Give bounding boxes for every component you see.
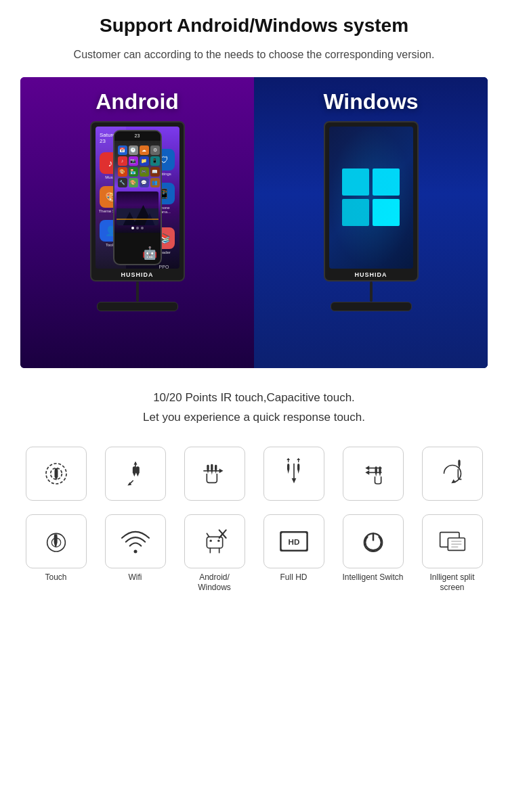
icon-cell-wifi: Wifi <box>100 514 171 593</box>
full-hd-icon: HD <box>277 524 311 558</box>
icon-cell-touch-single: Touch <box>20 514 91 593</box>
touch6-icon <box>436 457 469 491</box>
svg-point-18 <box>217 539 219 541</box>
split-screen-label: Inlligent split screen <box>417 572 488 593</box>
svg-point-2 <box>54 468 58 470</box>
icon-cell-touch4 <box>258 447 329 501</box>
icon-box-touch-single <box>26 514 87 568</box>
touch2-icon <box>119 457 152 491</box>
icon-cell-full-hd: HD Full HD <box>258 514 329 593</box>
android-label: Android <box>96 89 179 114</box>
icon-cell-android-windows: Android/Windows <box>179 514 250 593</box>
touch3-icon <box>198 457 232 491</box>
intelligent-switch-label: Intelligent Switch <box>342 572 403 583</box>
main-title: Support Android/Windows system <box>20 14 488 38</box>
split-screen-icon <box>436 524 469 558</box>
icon-box-touch1 <box>26 447 87 501</box>
touch-single-label: Touch <box>45 572 66 583</box>
touch1-icon <box>39 457 73 491</box>
touch-single-icon <box>39 524 73 558</box>
subtitle-text: Customer can according to the needs to c… <box>20 46 488 64</box>
svg-text:HD: HD <box>288 537 299 546</box>
icon-grid-row2: Touch Wifi <box>20 514 488 593</box>
icon-box-android-windows <box>184 514 245 568</box>
icon-grid-row1 <box>20 447 488 501</box>
icon-box-split-screen <box>422 514 483 568</box>
android-windows-label: Android/Windows <box>198 572 231 593</box>
icon-cell-touch2 <box>100 447 171 501</box>
icon-cell-split-screen: Inlligent split screen <box>417 514 488 593</box>
wifi-icon <box>119 524 152 558</box>
svg-point-17 <box>209 539 211 541</box>
page-container: Support Android/Windows system Customer … <box>0 0 508 621</box>
android-windows-icon <box>198 524 232 558</box>
android-kiosk: Saturday23 ♪ Music 🎨 Theme Store <box>90 121 185 311</box>
windows-section: Windows <box>254 77 488 368</box>
icon-box-touch3 <box>184 447 245 501</box>
icon-box-intelligent-switch <box>343 514 404 568</box>
svg-marker-6 <box>291 478 296 483</box>
icon-box-touch2 <box>105 447 166 501</box>
windows-kiosk-brand: HUSHIDA <box>354 269 387 280</box>
svg-marker-9 <box>365 466 369 470</box>
android-section: Android Saturday23 ♪ <box>20 77 254 368</box>
os-banner: Android Saturday23 ♪ <box>20 77 488 368</box>
icon-cell-touch1 <box>20 447 91 501</box>
intelligent-switch-icon <box>356 524 390 558</box>
icon-cell-touch6 <box>417 447 488 501</box>
svg-rect-16 <box>207 537 222 548</box>
svg-marker-3 <box>133 461 137 464</box>
icon-cell-touch3 <box>179 447 250 501</box>
touch-info-line2: Let you experience a quick response touc… <box>20 408 488 428</box>
svg-point-14 <box>54 534 57 536</box>
icon-box-wifi <box>105 514 166 568</box>
icon-box-touch5 <box>343 447 404 501</box>
icon-cell-intelligent-switch: Intelligent Switch <box>337 514 408 593</box>
icon-box-touch4 <box>263 447 324 501</box>
touch-info: 10/20 Points IR touch,Capacitive touch. … <box>20 388 488 428</box>
svg-marker-5 <box>219 468 223 473</box>
touch-info-line1: 10/20 Points IR touch,Capacitive touch. <box>20 388 488 408</box>
svg-marker-7 <box>287 457 290 459</box>
icon-box-touch6 <box>422 447 483 501</box>
windows-kiosk: HUSHIDA <box>324 121 419 311</box>
android-kiosk-brand: HUSHIDA <box>121 269 153 280</box>
wifi-label: Wifi <box>129 572 142 583</box>
svg-marker-8 <box>297 457 300 459</box>
icon-box-full-hd: HD <box>263 514 324 568</box>
touch5-icon <box>356 457 390 491</box>
windows-label: Windows <box>323 89 418 114</box>
icon-cell-touch5 <box>337 447 408 501</box>
svg-marker-10 <box>365 470 369 475</box>
touch4-icon <box>277 457 311 491</box>
full-hd-label: Full HD <box>280 572 307 583</box>
svg-point-15 <box>133 549 137 553</box>
